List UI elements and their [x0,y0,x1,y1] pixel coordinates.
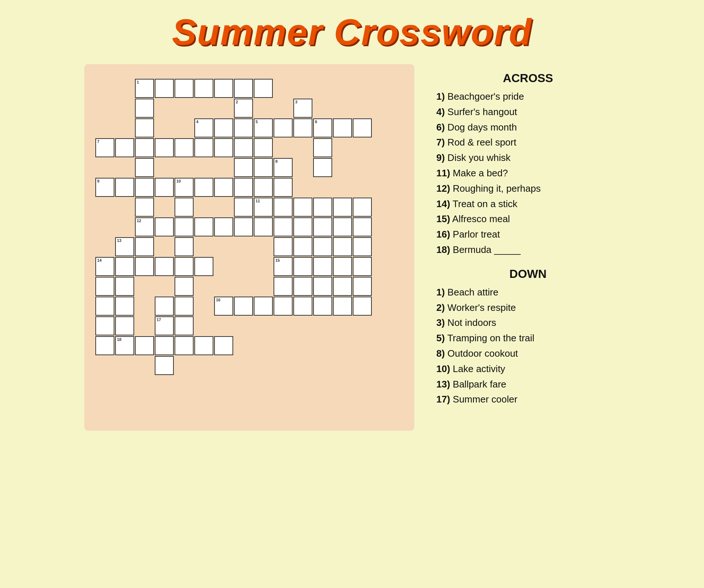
cell-r3c1 [115,138,134,157]
cell-r11c10 [293,297,312,316]
cell-r7c2: 12 [135,217,154,236]
cell-r8c12 [333,237,352,256]
cell-r7c5 [194,217,213,236]
across-clue-item: 14) Treat on a stick [436,198,620,210]
page-title: Summer Crossword [172,11,532,53]
cell-r13c0 [95,336,114,355]
cell-r0c3 [155,79,174,98]
cell-r10c13 [353,277,372,296]
cell-r4c2 [135,158,154,177]
cell-r5c2 [135,178,154,197]
cell-r11c1 [115,297,134,316]
cell-r12c1 [115,316,134,335]
cell-r9c4 [175,257,194,276]
across-clue-item: 15) Alfresco meal [436,213,620,225]
cell-r11c8 [254,297,273,316]
cell-r6c13 [353,198,372,217]
cell-r11c9 [274,297,293,316]
cell-r6c12 [333,198,352,217]
cell-r13c6 [214,336,233,355]
cell-r3c0: 7 [95,138,114,157]
cell-r1c2 [135,99,154,118]
cell-r7c4 [175,217,194,236]
down-clue-item: 17) Summer cooler [436,393,620,406]
cell-r6c8: 11 [254,198,273,217]
cell-r0c8 [254,79,273,98]
cell-r11c13 [353,297,372,316]
cell-r2c7 [234,118,253,137]
cell-r7c9 [274,217,293,236]
cell-r1c7: 2 [234,99,253,118]
cell-r11c3 [155,297,174,316]
down-clue-item: 5) Tramping on the trail [436,332,620,345]
cell-r12c0 [95,316,114,335]
down-title: DOWN [436,267,620,281]
cell-r5c1 [115,178,134,197]
cell-r5c4: 10 [175,178,194,197]
cell-r3c8 [254,138,273,157]
cell-r9c12 [333,257,352,276]
cell-r7c6 [214,217,233,236]
cell-r9c13 [353,257,372,276]
cell-r2c11: 6 [313,118,332,137]
cell-r8c11 [313,237,332,256]
across-clue-item: 16) Parlor treat [436,228,620,241]
down-clues: 1) Beach attire2) Worker's respite3) Not… [436,286,620,406]
cell-r10c10 [293,277,312,296]
across-clue-item: 9) Disk you whisk [436,152,620,164]
cell-r9c2 [135,257,154,276]
cell-r5c7 [234,178,253,197]
cell-r8c13 [353,237,372,256]
cell-r3c3 [155,138,174,157]
across-clues: 1) Beachgoer's pride4) Surfer's hangout6… [436,91,620,256]
cell-r5c0: 9 [95,178,114,197]
across-clue-item: 1) Beachgoer's pride [436,91,620,103]
cell-r2c9 [274,118,293,137]
across-clue-item: 18) Bermuda _____ [436,244,620,256]
cell-r6c9 [274,198,293,217]
cell-r0c5 [194,79,213,98]
down-section: DOWN 1) Beach attire2) Worker's respite3… [436,267,620,406]
clues-area: ACROSS 1) Beachgoer's pride4) Surfer's h… [436,64,620,417]
cell-r9c0: 14 [95,257,114,276]
across-clue-item: 6) Dog days month [436,121,620,134]
cell-r8c2 [135,237,154,256]
crossword-grid: 1 2 3 4 5 6 7 [95,79,396,409]
cell-r4c9: 8 [274,158,293,177]
cell-r9c9: 15 [274,257,293,276]
cell-r3c4 [175,138,194,157]
cell-r7c10 [293,217,312,236]
cell-r6c11 [313,198,332,217]
cell-r13c4 [175,336,194,355]
cell-r9c10 [293,257,312,276]
cell-r7c11 [313,217,332,236]
cell-r14c3 [155,356,174,375]
cell-r9c5 [194,257,213,276]
cell-r10c1 [115,277,134,296]
down-clue-item: 13) Ballpark fare [436,378,620,391]
cell-r8c4 [175,237,194,256]
cell-r13c2 [135,336,154,355]
cell-r7c12 [333,217,352,236]
cell-r3c7 [234,138,253,157]
cell-r11c4 [175,297,194,316]
down-clue-item: 10) Lake activity [436,363,620,375]
cell-r4c8 [254,158,273,177]
cell-r2c10 [293,118,312,137]
cell-r2c6 [214,118,233,137]
cell-r11c11 [313,297,332,316]
cell-r6c10 [293,198,312,217]
cell-r7c7 [234,217,253,236]
cell-r4c11 [313,158,332,177]
cell-r12c4 [175,316,194,335]
cell-r7c13 [353,217,372,236]
cell-r2c5: 4 [194,118,213,137]
cell-r0c4 [175,79,194,98]
cell-r0c7 [234,79,253,98]
cell-r1c10: 3 [293,99,312,118]
cell-r13c3 [155,336,174,355]
cell-r3c2 [135,138,154,157]
cell-r2c13 [353,118,372,137]
cell-r5c3 [155,178,174,197]
cell-r7c8 [254,217,273,236]
